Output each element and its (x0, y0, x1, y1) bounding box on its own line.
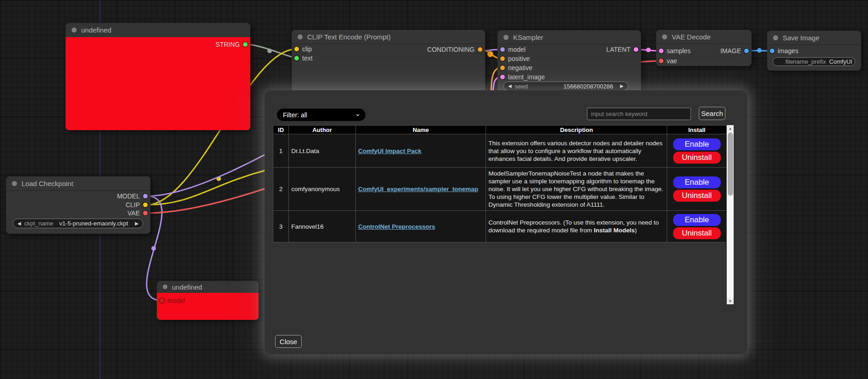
node-clip-text-encode[interactable]: CLIP Text Encode (Prompt) clip text COND… (292, 30, 485, 93)
latent-output-port[interactable] (634, 47, 638, 52)
comfyui-canvas[interactable]: undefined STRING CLIP Text Encode (Promp… (0, 0, 868, 379)
decrement-arrow-icon[interactable]: ◀ (508, 84, 512, 88)
header-install: Install (667, 126, 727, 134)
scrollbar-thumb[interactable] (728, 132, 733, 196)
header-author: Author (289, 126, 356, 134)
table-row: 3 Fannovel16 ControlNet Preprocessors Co… (273, 211, 727, 242)
node-title: undefined (172, 283, 202, 291)
negative-input-port[interactable] (500, 66, 505, 70)
close-button[interactable]: Close (275, 335, 302, 348)
node-collapse-dot-icon[interactable] (773, 35, 778, 40)
node-save-image[interactable]: Save Image images filename_prefix ComfyU… (767, 31, 861, 71)
header-description: Description (486, 126, 667, 134)
input-label-model: model (508, 46, 525, 53)
node-vae-decode[interactable]: VAE Decode samples vae IMAGE (656, 30, 752, 66)
node-title-bar[interactable]: Save Image (767, 31, 861, 44)
node-title-bar[interactable]: KSampler (498, 30, 641, 44)
input-label-clip: clip (302, 45, 312, 53)
extension-link[interactable]: ComfyUI Impact Pack (358, 148, 421, 154)
vae-output-port[interactable] (143, 211, 148, 215)
table-header-row: ID Author Name Description Install (273, 126, 727, 134)
node-title-bar[interactable]: CLIP Text Encode (Prompt) (292, 30, 485, 44)
header-name: Name (355, 126, 486, 134)
prev-arrow-icon[interactable]: ◀ (17, 221, 21, 226)
input-label-positive: positive (508, 55, 530, 62)
divider (656, 44, 752, 44)
node-collapse-dot-icon[interactable] (503, 35, 509, 40)
widget-label: filename_prefix (785, 58, 826, 65)
uninstall-button[interactable]: Uninstall (673, 152, 721, 164)
enable-button[interactable]: Enable (673, 138, 721, 150)
node-collapse-dot-icon[interactable] (163, 285, 167, 289)
cell-author: Fannovel16 (289, 211, 356, 242)
seed-value[interactable]: 156680208700286 (564, 83, 613, 90)
node-title-bar[interactable]: Load Checkpoint (6, 176, 150, 190)
image-output-port[interactable] (744, 49, 749, 53)
error-node-body[interactable]: model (157, 293, 259, 320)
node-undefined-top[interactable]: undefined STRING (66, 23, 250, 130)
input-label-vae: vae (667, 57, 677, 65)
ckpt-name-widget[interactable]: ◀ ckpt_name v1-5-pruned-emaonly.ckpt ▶ (13, 219, 143, 228)
error-node-body[interactable]: STRING (66, 37, 250, 130)
seed-widget[interactable]: ◀ seed 156680208700286 ▶ (503, 82, 628, 91)
divider (6, 190, 150, 191)
cell-description: ControlNet Preprocessors. (To use this e… (486, 211, 667, 242)
input-label-text: text (302, 55, 313, 62)
clip-output-port[interactable] (143, 203, 148, 207)
output-label-model: MODEL (117, 192, 140, 200)
custom-nodes-dialog: Filter: all ⌄ Search ID Author Name Desc… (265, 90, 747, 354)
divider (498, 44, 641, 44)
scroll-up-icon[interactable]: ▲ (727, 125, 734, 132)
search-button[interactable]: Search (699, 107, 725, 120)
positive-input-port[interactable] (500, 56, 505, 61)
search-input[interactable] (587, 108, 691, 120)
latent-image-input-port[interactable] (500, 75, 505, 79)
node-title-bar[interactable]: undefined (157, 281, 259, 293)
uninstall-button[interactable]: Uninstall (673, 190, 721, 202)
node-ksampler[interactable]: KSampler model positive negative latent_… (498, 30, 641, 94)
node-collapse-dot-icon[interactable] (72, 27, 77, 33)
scroll-down-icon[interactable]: ▼ (727, 298, 734, 304)
extensions-table: ID Author Name Description Install 1 Dr.… (273, 125, 727, 242)
extension-link[interactable]: ComfyUI_experiments/sampler_tonemap (358, 186, 478, 192)
images-input-port[interactable] (770, 49, 774, 53)
enable-button[interactable]: Enable (673, 176, 721, 188)
vae-input-port[interactable] (659, 59, 663, 63)
next-arrow-icon[interactable]: ▶ (135, 221, 138, 226)
model-output-port[interactable] (143, 194, 148, 198)
extension-link[interactable]: ControlNet Preprocessors (358, 223, 435, 230)
model-input-port[interactable] (500, 47, 505, 52)
text-input-port[interactable] (294, 56, 299, 60)
node-title-bar[interactable]: VAE Decode (656, 30, 752, 44)
node-title-bar[interactable]: undefined (66, 23, 250, 37)
node-collapse-dot-icon[interactable] (12, 181, 17, 186)
node-undefined-bottom[interactable]: undefined model (157, 281, 259, 320)
divider (767, 44, 861, 45)
model-input-port[interactable] (160, 298, 164, 303)
conditioning-output-port[interactable] (478, 47, 482, 52)
enable-button[interactable]: Enable (673, 214, 721, 226)
node-title: Load Checkpoint (22, 180, 73, 187)
node-load-checkpoint[interactable]: Load Checkpoint MODEL CLIP VAE ◀ ckpt_na… (6, 176, 150, 234)
cell-author: comfyanonymous (289, 168, 356, 211)
widget-label: ckpt_name (24, 220, 54, 227)
uninstall-button[interactable]: Uninstall (673, 227, 721, 239)
increment-arrow-icon[interactable]: ▶ (620, 84, 624, 88)
input-label-samples: samples (667, 47, 691, 55)
string-output-port[interactable] (243, 42, 248, 47)
cell-description: This extension offers various detector n… (486, 134, 667, 168)
output-label-conditioning: CONDITIONING (427, 46, 475, 53)
node-collapse-dot-icon[interactable] (298, 34, 303, 39)
ckpt-name-value[interactable]: v1-5-pruned-emaonly.ckpt (59, 220, 128, 227)
table-row: 2 comfyanonymous ComfyUI_experiments/sam… (273, 168, 727, 211)
table-scrollbar[interactable]: ▲ ▼ (727, 125, 734, 304)
output-label-clip: CLIP (126, 201, 140, 209)
node-collapse-dot-icon[interactable] (662, 34, 667, 39)
filter-select[interactable]: Filter: all (277, 109, 365, 121)
filename-prefix-value[interactable]: ComfyUI (829, 58, 852, 65)
clip-input-port[interactable] (294, 47, 299, 51)
extensions-table-wrap: ID Author Name Description Install 1 Dr.… (273, 125, 727, 242)
filename-prefix-widget[interactable]: filename_prefix ComfyUI (773, 57, 855, 66)
samples-input-port[interactable] (659, 49, 663, 53)
input-label-images: images (778, 47, 798, 55)
